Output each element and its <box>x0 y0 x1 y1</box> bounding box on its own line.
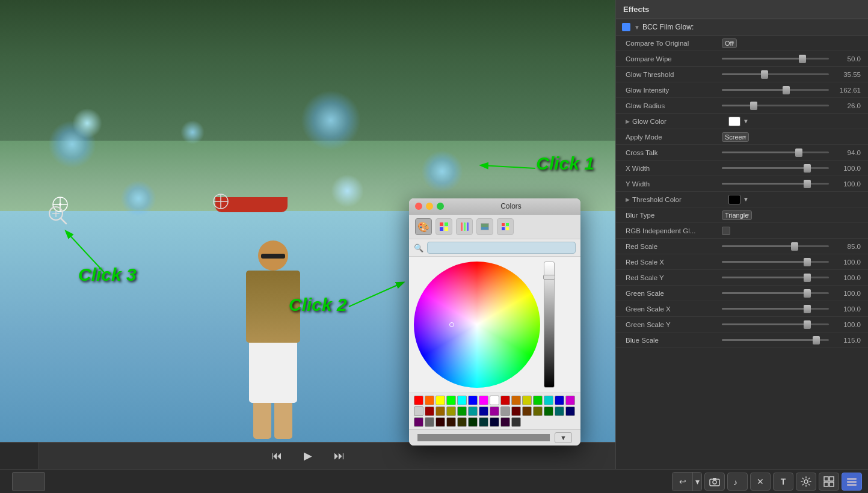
color-search-input[interactable] <box>427 242 576 254</box>
param-slider[interactable] <box>722 277 829 278</box>
color-swatch[interactable] <box>457 396 467 405</box>
color-swatch[interactable] <box>468 417 478 427</box>
slider-thumb[interactable] <box>804 180 811 188</box>
dialog-close-button[interactable] <box>415 203 422 210</box>
slider-thumb[interactable] <box>783 86 790 94</box>
color-swatch[interactable] <box>522 406 532 416</box>
param-slider[interactable] <box>722 323 829 325</box>
color-swatch[interactable] <box>468 406 478 416</box>
color-swatch[interactable] <box>522 396 532 405</box>
color-swatch[interactable] <box>500 406 510 416</box>
color-swatch[interactable] <box>490 406 499 416</box>
color-swatch[interactable] <box>414 406 423 416</box>
color-wheel[interactable] <box>414 262 540 388</box>
undo-dropdown[interactable]: ▾ <box>693 473 701 491</box>
color-swatch[interactable] <box>425 406 434 416</box>
brightness-slider[interactable] <box>544 262 555 388</box>
param-slider[interactable] <box>722 292 829 294</box>
music-button[interactable]: ♪ <box>727 473 748 491</box>
slider-thumb[interactable] <box>795 149 802 157</box>
threshold-color-swatch[interactable] <box>728 195 740 204</box>
color-swatch[interactable] <box>446 406 456 416</box>
text-button[interactable]: T <box>773 473 793 491</box>
color-swatch[interactable] <box>500 417 510 427</box>
magnifier-icon[interactable] <box>47 204 68 227</box>
grid-button[interactable] <box>819 473 839 491</box>
slider-thumb[interactable] <box>804 164 811 173</box>
color-palette-tool[interactable] <box>436 218 452 235</box>
color-wheel-tool[interactable]: 🎨 <box>415 218 432 235</box>
param-slider[interactable] <box>722 308 829 310</box>
color-swatch[interactable] <box>425 396 434 405</box>
rgb-checkbox[interactable] <box>722 227 730 235</box>
color-arrow[interactable]: ▼ <box>743 118 749 124</box>
color-swatch[interactable] <box>457 417 467 427</box>
slider-thumb[interactable] <box>804 289 811 298</box>
color-swatch[interactable] <box>511 406 521 416</box>
param-slider[interactable] <box>722 167 829 169</box>
image-palettes-tool[interactable] <box>476 218 493 235</box>
slider-thumb[interactable] <box>804 258 811 266</box>
slider-thumb[interactable] <box>804 274 811 282</box>
color-swatch[interactable] <box>533 406 543 416</box>
param-dropdown[interactable]: Triangle <box>722 210 752 220</box>
crosshair-2[interactable] <box>212 192 230 210</box>
slider-thumb[interactable] <box>799 55 806 63</box>
param-dropdown[interactable]: Screen <box>722 132 749 142</box>
effect-collapse-triangle[interactable]: ▼ <box>634 24 640 31</box>
param-slider[interactable] <box>722 245 829 247</box>
color-swatch[interactable] <box>446 396 456 405</box>
slider-thumb[interactable] <box>750 102 757 110</box>
play-button[interactable]: ▶ <box>299 447 317 465</box>
expand-triangle[interactable]: ▶ <box>626 118 630 124</box>
color-swatch[interactable] <box>479 417 488 427</box>
color-swatch[interactable] <box>490 396 499 405</box>
prev-button[interactable]: ⏮ <box>266 447 287 465</box>
slider-thumb[interactable] <box>761 70 768 79</box>
color-swatch[interactable] <box>479 406 488 416</box>
color-swatch[interactable] <box>446 417 456 427</box>
custom-palettes-tool[interactable] <box>497 218 514 235</box>
color-swatch[interactable] <box>468 396 478 405</box>
color-swatch[interactable] <box>425 417 434 427</box>
slider-thumb[interactable] <box>804 305 811 313</box>
color-swatch[interactable] <box>544 396 553 405</box>
color-swatch[interactable] <box>490 417 499 427</box>
undo-button[interactable]: ↩ <box>673 473 693 491</box>
color-swatch[interactable] <box>533 396 543 405</box>
expand-button[interactable]: ▼ <box>555 432 572 443</box>
color-swatch[interactable] <box>565 406 575 416</box>
param-slider[interactable] <box>722 58 829 60</box>
expand-triangle[interactable]: ▶ <box>626 197 630 203</box>
param-dropdown[interactable]: Off <box>722 38 737 48</box>
color-swatch[interactable] <box>511 396 521 405</box>
dialog-maximize-button[interactable] <box>437 203 444 210</box>
next-button[interactable]: ⏭ <box>329 447 349 465</box>
color-swatch[interactable] <box>555 396 564 405</box>
param-slider[interactable] <box>722 152 829 153</box>
cut-button[interactable]: ✕ <box>750 473 771 491</box>
color-swatch[interactable] <box>436 417 445 427</box>
glow-color-swatch[interactable] <box>728 117 740 126</box>
slider-thumb[interactable] <box>813 336 820 344</box>
color-crayons-tool[interactable] <box>456 218 473 235</box>
param-slider[interactable] <box>722 73 829 75</box>
color-swatch[interactable] <box>555 406 564 416</box>
color-swatch[interactable] <box>414 417 423 427</box>
effect-checkbox[interactable] <box>622 23 630 31</box>
color-swatch[interactable] <box>479 396 488 405</box>
color-swatch[interactable] <box>436 396 445 405</box>
camera-button[interactable] <box>704 473 725 491</box>
color-swatch[interactable] <box>457 406 467 416</box>
color-swatch[interactable] <box>565 396 575 405</box>
param-slider[interactable] <box>722 339 829 341</box>
slider-thumb[interactable] <box>791 242 798 251</box>
color-swatch[interactable] <box>544 406 553 416</box>
timeline-button[interactable] <box>842 473 862 491</box>
color-swatch[interactable] <box>436 406 445 416</box>
settings-button[interactable] <box>796 473 816 491</box>
dialog-minimize-button[interactable] <box>426 203 433 210</box>
color-swatch[interactable] <box>511 417 521 427</box>
param-slider[interactable] <box>722 261 829 263</box>
param-slider[interactable] <box>722 183 829 185</box>
